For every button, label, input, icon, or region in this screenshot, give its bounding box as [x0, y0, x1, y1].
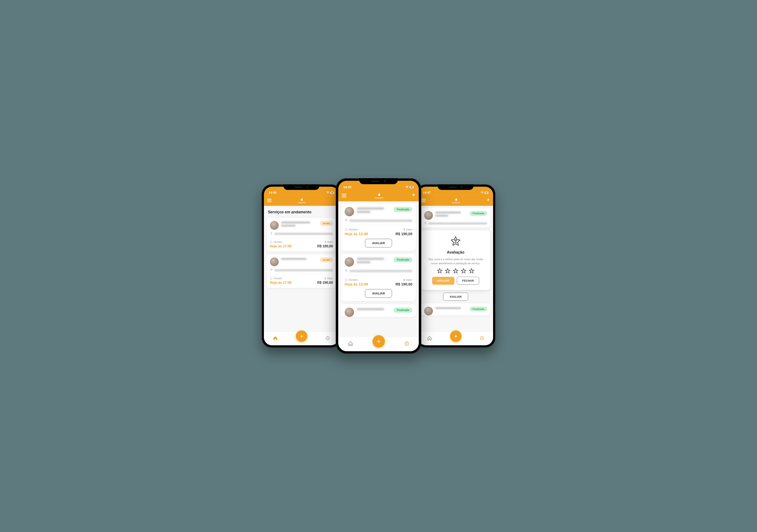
status-badge: Finalizado	[394, 308, 412, 313]
menu-icon[interactable]	[342, 194, 347, 197]
page-title: Serviços em andamento	[267, 208, 336, 215]
phone-2: 14:47 32 CHAPPA	[336, 178, 421, 354]
avatar	[345, 308, 354, 317]
price-value: R$ 190,00	[317, 281, 333, 285]
location-row	[345, 219, 412, 222]
status-time: 14:47	[423, 191, 431, 194]
location-blurred	[429, 222, 487, 224]
user-name-blurred	[281, 221, 318, 227]
money-icon: $	[324, 241, 326, 244]
pin-icon	[345, 269, 348, 273]
status-badge: Finalizado	[470, 211, 487, 216]
phone-1: 14:46 32 CHAPPA Serviços em andamento	[261, 184, 341, 348]
battery-icon: 32	[409, 186, 414, 189]
wifi-icon	[405, 186, 409, 189]
status-badge: Finalizado	[394, 207, 412, 212]
pin-icon	[345, 219, 348, 222]
service-card[interactable]: Finalizado	[421, 304, 490, 315]
user-name-blurred	[281, 257, 318, 260]
fab-add-button[interactable]: +	[373, 335, 385, 348]
schedule-label: Horário	[270, 277, 291, 280]
avatar	[424, 211, 433, 220]
notch	[284, 184, 319, 190]
notch	[359, 178, 398, 184]
price-label: $ Valor	[403, 278, 412, 281]
star-icon[interactable]	[445, 268, 451, 274]
clock-icon	[345, 228, 348, 231]
pin-icon	[424, 222, 427, 225]
user-name-blurred	[357, 308, 391, 310]
close-button[interactable]: FECHAR	[457, 277, 479, 285]
status-badge: Finalizado	[470, 307, 487, 311]
avatar	[424, 307, 433, 315]
bottom-nav: +	[264, 332, 339, 345]
rating-title: Avaliação	[447, 251, 465, 255]
bottom-nav: +	[338, 337, 419, 351]
status-icons: 32	[405, 186, 414, 189]
star-person-icon	[450, 236, 462, 248]
menu-icon[interactable]	[267, 199, 271, 202]
location-blurred	[349, 270, 412, 272]
clock-icon	[345, 279, 348, 281]
nav-home-icon[interactable]	[427, 336, 432, 341]
user-name-blurred	[357, 257, 391, 263]
avatar	[345, 207, 354, 216]
notification-icon[interactable]	[412, 193, 415, 198]
notification-icon[interactable]	[487, 198, 490, 203]
bottom-nav: +	[418, 332, 493, 345]
star-icon[interactable]	[461, 268, 467, 274]
star-icon[interactable]	[453, 268, 459, 274]
rating-stars[interactable]	[437, 268, 475, 274]
status-time: 14:46	[269, 191, 276, 194]
avatar	[270, 221, 279, 230]
service-card[interactable]: Finalizado	[341, 304, 416, 317]
avatar	[270, 257, 279, 266]
content: Finalizado	[418, 206, 493, 345]
app-logo: CHAPPA	[298, 197, 306, 204]
schedule-value: Hoje às 17:00	[270, 281, 291, 285]
service-card[interactable]: Finalizado Horário	[341, 203, 416, 251]
rate-button[interactable]: AVALIAR	[365, 239, 392, 247]
service-card[interactable]: Aceito Horário	[267, 218, 336, 251]
app-header: CHAPPA	[338, 190, 419, 201]
service-card[interactable]: Aceito Horário	[267, 254, 336, 288]
phones-row: 14:46 32 CHAPPA Serviços em andamento	[258, 178, 499, 354]
money-icon: $	[403, 228, 405, 231]
price-value: R$ 190,00	[317, 244, 333, 249]
schedule-value: Hoje às 17:00	[270, 244, 291, 249]
nav-history-icon[interactable]	[480, 336, 484, 341]
fab-add-button[interactable]: +	[450, 330, 462, 342]
schedule-value: Hoje às 13:49	[345, 282, 368, 286]
star-icon[interactable]	[469, 268, 474, 274]
nav-home-icon[interactable]	[348, 341, 353, 347]
schedule-label: Horário	[270, 241, 291, 244]
clock-icon	[270, 277, 273, 280]
svg-point-6	[455, 240, 456, 241]
schedule-value: Hoje às 13:49	[345, 232, 368, 236]
rate-button[interactable]: AVALIAR	[443, 293, 468, 301]
content: Serviços em andamento Aceito	[264, 206, 339, 345]
price-label: $ Valor	[324, 277, 333, 280]
money-icon: $	[324, 277, 326, 280]
price-label: $ Valor	[403, 228, 412, 231]
nav-home-icon[interactable]	[273, 336, 278, 341]
rate-submit-button[interactable]: AVALIAR	[432, 277, 454, 285]
nav-history-icon[interactable]	[325, 336, 330, 341]
user-name-blurred	[435, 307, 468, 309]
location-row	[270, 232, 333, 236]
user-name-blurred	[435, 211, 468, 217]
nav-history-icon[interactable]	[405, 341, 409, 347]
location-blurred	[349, 220, 412, 222]
money-icon: $	[403, 278, 405, 281]
fab-add-button[interactable]: +	[296, 330, 307, 342]
menu-icon[interactable]	[421, 199, 426, 202]
status-badge: Aceito	[320, 257, 333, 262]
service-card[interactable]: Finalizado Horário	[341, 254, 416, 301]
star-icon[interactable]	[437, 268, 443, 274]
status-badge: Finalizado	[394, 257, 412, 262]
location-row	[270, 269, 333, 272]
rate-button[interactable]: AVALIAR	[365, 289, 392, 298]
app-header: CHAPPA	[264, 195, 339, 206]
service-card[interactable]: Finalizado	[421, 208, 490, 227]
clock-icon	[270, 241, 273, 243]
